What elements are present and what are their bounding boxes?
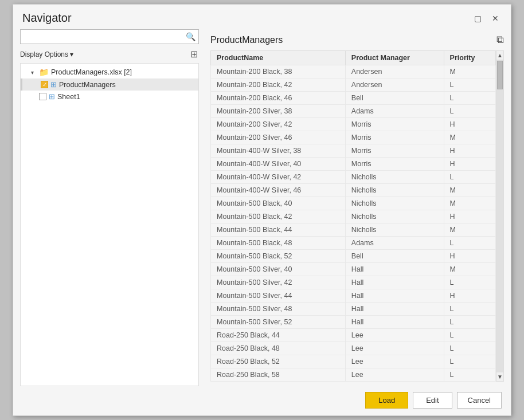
preview-header: ProductManagers ⧉ — [210, 29, 504, 50]
product-managers-checkbox[interactable]: ✓ — [41, 81, 48, 88]
scroll-thumb — [497, 61, 503, 89]
close-button[interactable]: ✕ — [489, 13, 502, 24]
table-row: Mountain-500 Silver, 52HallL — [211, 316, 496, 329]
minimize-button[interactable]: ▢ — [471, 13, 484, 24]
table-row: Mountain-500 Black, 42NichollsH — [211, 210, 496, 223]
display-options-button[interactable]: Display Options ▾ — [20, 50, 73, 58]
table-cell: L — [444, 105, 495, 118]
main-content: 🔍 Display Options ▾ ⊞ ▾ 📁 ProductManager… — [13, 29, 511, 386]
display-options-row: Display Options ▾ ⊞ — [20, 49, 199, 60]
table-cell: Mountain-200 Black, 42 — [211, 78, 346, 92]
expand-arrow-icon: ▾ — [31, 69, 37, 76]
table-row: Mountain-500 Silver, 40HallM — [211, 263, 496, 276]
table-row: Road-250 Black, 52LeeL — [211, 355, 496, 368]
table-row: Mountain-400-W Silver, 38MorrisH — [211, 144, 496, 158]
data-table: ProductName Product Manager Priority Mou… — [210, 50, 496, 382]
table-row: Mountain-200 Silver, 42MorrisH — [211, 118, 496, 131]
table-cell: L — [444, 303, 495, 316]
search-input[interactable] — [21, 32, 183, 42]
scroll-down-button[interactable]: ▼ — [496, 372, 503, 381]
table-cell: Nicholls — [345, 184, 444, 197]
table-cell: Adams — [345, 237, 444, 250]
title-bar: Navigator ▢ ✕ — [13, 5, 511, 29]
sheet1-checkbox[interactable] — [39, 93, 46, 100]
table-cell: Mountain-500 Silver, 44 — [211, 289, 346, 303]
table-cell: Lee — [345, 342, 444, 355]
sheet1-label: Sheet1 — [57, 93, 80, 101]
table-cell: Mountain-200 Silver, 42 — [211, 118, 346, 131]
table-cell: Mountain-500 Black, 40 — [211, 197, 346, 210]
table-cell: L — [444, 78, 495, 92]
dialog-title: Navigator — [22, 11, 72, 25]
scrollbar[interactable]: ▲ ▼ — [496, 50, 504, 382]
table-header-row: ProductName Product Manager Priority — [211, 51, 496, 65]
table-row: Mountain-200 Black, 38AndersenM — [211, 65, 496, 78]
scroll-up-button[interactable]: ▲ — [496, 51, 503, 60]
table-cell: M — [444, 131, 495, 144]
table-cell: Lee — [345, 355, 444, 368]
tree-view-toggle-button[interactable]: ⊞ — [189, 49, 199, 60]
file-tree-node[interactable]: ▾ 📁 ProductManagers.xlsx [2] — [21, 66, 198, 78]
col-header-productname: ProductName — [211, 51, 346, 65]
table-cell: Andersen — [345, 65, 444, 78]
table-row: Mountain-500 Silver, 44HallH — [211, 289, 496, 303]
display-options-arrow-icon: ▾ — [70, 50, 73, 58]
table-row: Mountain-500 Black, 48AdamsL — [211, 237, 496, 250]
product-managers-tree-node[interactable]: ✓ ⊞ ProductManagers — [21, 78, 198, 91]
table-cell: Hall — [345, 289, 444, 303]
table-cell: Mountain-500 Black, 42 — [211, 210, 346, 223]
table-cell: H — [444, 158, 495, 171]
table-cell: Mountain-200 Black, 38 — [211, 65, 346, 78]
col-header-manager: Product Manager — [345, 51, 444, 65]
sheet1-table-icon: ⊞ — [49, 92, 55, 101]
table-cell: Mountain-200 Silver, 46 — [211, 131, 346, 144]
table-row: Mountain-200 Silver, 38AdamsL — [211, 105, 496, 118]
table-cell: Road-250 Black, 52 — [211, 355, 346, 368]
table-cell: Lee — [345, 329, 444, 342]
table-cell: Road-250 Black, 58 — [211, 368, 346, 382]
table-cell: H — [444, 250, 495, 263]
table-cell: L — [444, 316, 495, 329]
tree-view: ▾ 📁 ProductManagers.xlsx [2] ✓ ⊞ Product… — [20, 63, 199, 386]
table-cell: Morris — [345, 131, 444, 144]
table-cell: L — [444, 355, 495, 368]
sheet1-tree-node[interactable]: ⊞ Sheet1 — [21, 91, 198, 103]
table-cell: Nicholls — [345, 223, 444, 237]
file-node-label: ProductManagers.xlsx [2] — [51, 68, 132, 76]
table-row: Mountain-500 Silver, 42HallL — [211, 276, 496, 289]
table-cell: Mountain-500 Silver, 48 — [211, 303, 346, 316]
cancel-button[interactable]: Cancel — [457, 392, 502, 409]
table-cell: L — [444, 237, 495, 250]
table-row: Mountain-400-W Silver, 42NichollsL — [211, 171, 496, 184]
table-cell: Nicholls — [345, 197, 444, 210]
navigator-dialog: Navigator ▢ ✕ 🔍 Display Options ▾ ⊞ — [13, 4, 511, 416]
table-cell: L — [444, 171, 495, 184]
search-box: 🔍 — [20, 29, 199, 44]
table-cell: M — [444, 197, 495, 210]
table-cell: Mountain-500 Black, 44 — [211, 223, 346, 237]
table-cell: Hall — [345, 303, 444, 316]
table-cell: Mountain-400-W Silver, 40 — [211, 158, 346, 171]
preview-icon-button[interactable]: ⧉ — [496, 34, 504, 46]
table-cell: L — [444, 92, 495, 105]
load-button[interactable]: Load — [365, 392, 408, 409]
table-row: Road-250 Black, 58LeeL — [211, 368, 496, 382]
table-cell: Mountain-500 Silver, 52 — [211, 316, 346, 329]
table-row: Mountain-500 Black, 52BellH — [211, 250, 496, 263]
table-row: Mountain-500 Black, 44NichollsM — [211, 223, 496, 237]
table-cell: Hall — [345, 276, 444, 289]
table-cell: H — [444, 289, 495, 303]
table-cell: Nicholls — [345, 210, 444, 223]
title-bar-controls: ▢ ✕ — [471, 13, 502, 24]
table-row: Road-250 Black, 44LeeL — [211, 329, 496, 342]
search-button[interactable]: 🔍 — [183, 31, 198, 42]
table-cell: Morris — [345, 144, 444, 158]
table-row: Road-250 Black, 48LeeL — [211, 342, 496, 355]
edit-button[interactable]: Edit — [413, 392, 452, 409]
preview-title: ProductManagers — [210, 35, 283, 45]
table-row: Mountain-200 Black, 42AndersenL — [211, 78, 496, 92]
table-cell: L — [444, 276, 495, 289]
folder-icon: 📁 — [39, 68, 49, 77]
table-cell: Mountain-200 Black, 46 — [211, 92, 346, 105]
table-container: ProductName Product Manager Priority Mou… — [210, 50, 504, 382]
